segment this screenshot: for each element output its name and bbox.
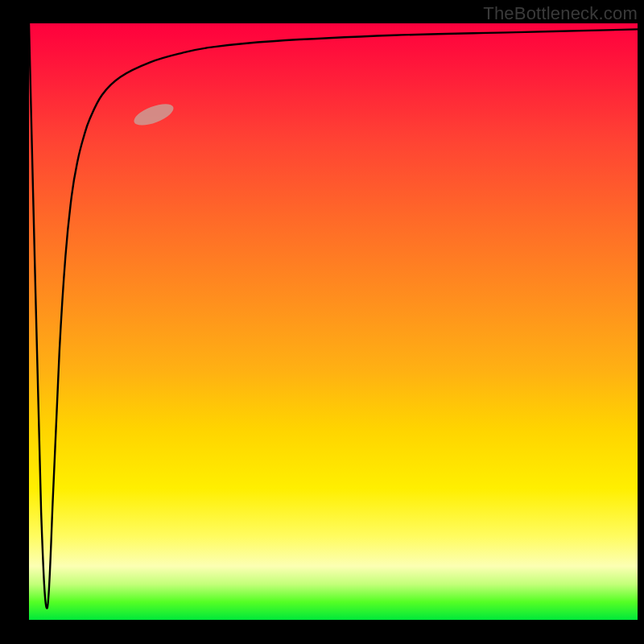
chart-curve-layer — [29, 23, 638, 620]
curve-marker — [131, 100, 176, 130]
attribution-text: TheBottleneck.com — [483, 3, 638, 24]
chart-frame: TheBottleneck.com — [0, 0, 644, 644]
bottleneck-curve — [29, 23, 638, 609]
